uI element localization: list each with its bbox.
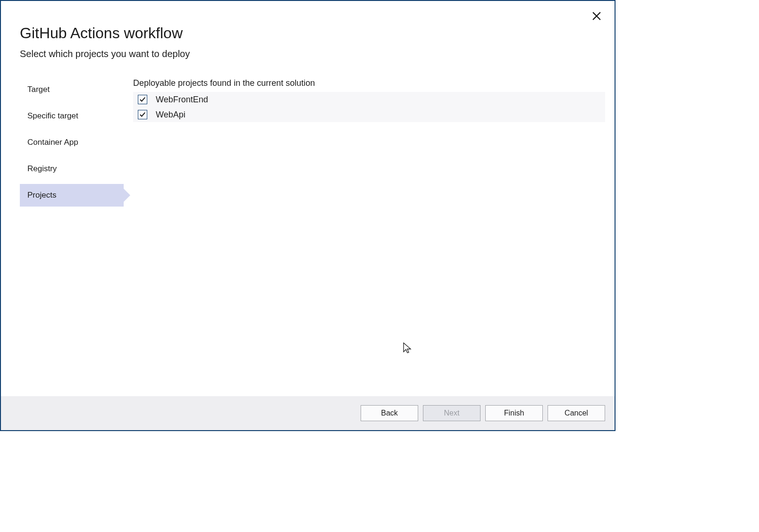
project-row[interactable]: WebFrontEnd (133, 92, 605, 107)
deployable-projects-heading: Deployable projects found in the current… (133, 78, 605, 88)
dialog-header: GitHub Actions workflow Select which pro… (1, 1, 615, 59)
wizard-steps-sidebar: Target Specific target Container App Reg… (20, 78, 124, 210)
finish-button[interactable]: Finish (485, 405, 543, 421)
cancel-button[interactable]: Cancel (548, 405, 605, 421)
sidebar-item-label: Projects (27, 191, 56, 200)
sidebar-item-target[interactable]: Target (20, 78, 124, 101)
sidebar-item-label: Container App (27, 138, 78, 147)
sidebar-item-label: Registry (27, 164, 57, 173)
project-name-label: WebApi (156, 110, 186, 120)
project-checkbox[interactable] (138, 95, 147, 104)
checkmark-icon (139, 111, 146, 118)
close-button[interactable] (591, 10, 602, 22)
project-checkbox[interactable] (138, 110, 147, 119)
sidebar-item-projects[interactable]: Projects (20, 184, 124, 207)
sidebar-item-container-app[interactable]: Container App (20, 131, 124, 154)
sidebar-item-label: Specific target (27, 111, 78, 120)
sidebar-item-registry[interactable]: Registry (20, 158, 124, 180)
sidebar-item-label: Target (27, 85, 50, 94)
checkmark-icon (139, 96, 146, 103)
back-button[interactable]: Back (361, 405, 418, 421)
close-icon (592, 12, 601, 20)
dialog-title: GitHub Actions workflow (20, 25, 596, 42)
cursor-icon (403, 342, 413, 356)
dialog-footer: Back Next Finish Cancel (1, 396, 615, 430)
sidebar-item-specific-target[interactable]: Specific target (20, 105, 124, 127)
project-name-label: WebFrontEnd (156, 95, 208, 105)
project-list: WebFrontEnd WebApi (133, 92, 605, 122)
dialog-subtitle: Select which projects you want to deploy (20, 49, 596, 59)
project-row[interactable]: WebApi (133, 107, 605, 122)
main-panel: Deployable projects found in the current… (124, 78, 605, 210)
next-button: Next (423, 405, 481, 421)
